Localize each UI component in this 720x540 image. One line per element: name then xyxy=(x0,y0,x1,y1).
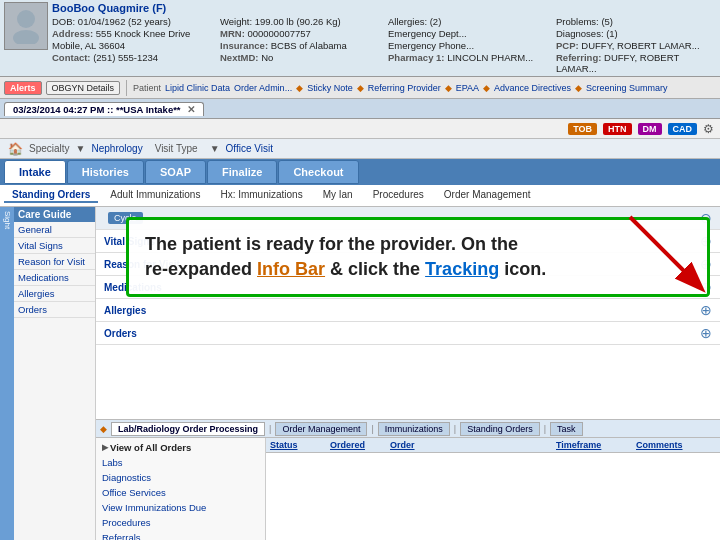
lipid-clinic-tab[interactable]: Lipid Clinic Data xyxy=(165,83,230,93)
order-tab-task[interactable]: Task xyxy=(550,422,583,436)
info-bar-highlight: Info Bar xyxy=(257,259,325,279)
order-diagnostics[interactable]: Diagnostics xyxy=(98,470,263,485)
order-office-services[interactable]: Office Services xyxy=(98,485,263,500)
allergies: Allergies: (2) xyxy=(388,16,548,27)
problems: Problems: (5) xyxy=(556,16,716,27)
epaa-tab[interactable]: EPAA xyxy=(456,83,479,93)
address: Address: 555 Knock Knee Drive xyxy=(52,28,212,39)
sub-tab-order-mgmt[interactable]: Order Management xyxy=(436,188,539,203)
col-timeframe[interactable]: Timeframe xyxy=(556,440,636,450)
status-icons-row: TOB HTN DM CAD ⚙ xyxy=(0,119,720,139)
referring: Referring: DUFFY, ROBERT LAMAR... xyxy=(556,52,716,74)
col-comments[interactable]: Comments xyxy=(636,440,716,450)
col-status[interactable]: Status xyxy=(270,440,330,450)
sticky-note-tab[interactable]: Sticky Note xyxy=(307,83,353,93)
order-layout: ▶ View of All Orders Labs Diagnostics Of… xyxy=(96,438,720,540)
expand-allergies-icon[interactable]: ⊕ xyxy=(700,302,712,318)
sidebar-tab-icon[interactable]: Sight xyxy=(3,211,12,229)
care-guide-reason[interactable]: Reason for Visit xyxy=(14,254,95,270)
care-guide-panel: Care Guide General Vital Signs Reason fo… xyxy=(14,207,96,540)
col-order[interactable]: Order xyxy=(390,440,556,450)
order-right-panel: Status Ordered Order Timeframe Comments xyxy=(266,438,720,540)
close-session-icon[interactable]: ✕ xyxy=(187,104,195,115)
specialty-value[interactable]: Nephrology xyxy=(91,143,142,154)
care-guide-medications[interactable]: Medications xyxy=(14,270,95,286)
order-admin-tab[interactable]: Order Admin... xyxy=(234,83,292,93)
cad-badge[interactable]: CAD xyxy=(668,123,698,135)
session-tabs-row: 03/23/2014 04:27 PM :: **USA Intake** ✕ xyxy=(0,99,720,119)
contact: Contact: (251) 555-1234 xyxy=(52,52,212,63)
care-guide-general[interactable]: General xyxy=(14,222,95,238)
nav-tab-finalize[interactable]: Finalize xyxy=(207,160,277,184)
pharmacy: Pharmacy 1: LINCOLN PHARM... xyxy=(388,52,548,63)
emergency-phone: Emergency Phone... xyxy=(388,40,548,51)
advance-directives-tab[interactable]: Advance Directives xyxy=(494,83,571,93)
detail-tab-button[interactable]: OBGYN Details xyxy=(46,81,121,95)
sub-tab-my-ian[interactable]: My Ian xyxy=(315,188,361,203)
allergies-section-label: Allergies xyxy=(104,305,194,316)
nav-tab-histories[interactable]: Histories xyxy=(67,160,144,184)
col-dob: DOB: 01/04/1962 (52 years) Address: 555 … xyxy=(52,16,212,74)
orders-label: Orders xyxy=(104,328,194,339)
dob: DOB: 01/04/1962 (52 years) xyxy=(52,16,212,27)
sub-tab-adult-imm[interactable]: Adult Immunizations xyxy=(102,188,208,203)
care-guide-vital-signs[interactable]: Vital Signs xyxy=(14,238,95,254)
overlay-line2: re-expanded Info Bar & click the Trackin… xyxy=(145,257,691,282)
expand-orders-icon[interactable]: ⊕ xyxy=(700,325,712,341)
visit-type-arrow-icon: ▼ xyxy=(210,143,220,154)
settings-icon[interactable]: ⚙ xyxy=(703,122,714,136)
order-tabs-row: ◆ Lab/Radiology Order Processing | Order… xyxy=(96,420,720,438)
emergency-dept: Emergency Dept... xyxy=(388,28,548,39)
pcp: PCP: DUFFY, ROBERT LAMAR... xyxy=(556,40,716,51)
order-referrals[interactable]: Referrals xyxy=(98,530,263,540)
order-procedures[interactable]: Procedures xyxy=(98,515,263,530)
col-emergency: Allergies: (2) Emergency Dept... Emergen… xyxy=(388,16,548,74)
order-tab-imm[interactable]: Immunizations xyxy=(378,422,450,436)
insurance: Insurance: BCBS of Alabama xyxy=(220,40,380,51)
overlay-line1: The patient is ready for the provider. O… xyxy=(145,232,691,257)
svg-point-1 xyxy=(13,30,39,44)
order-view-imm[interactable]: View Immunizations Due xyxy=(98,500,263,515)
diamond-icon4: ◆ xyxy=(483,83,490,93)
order-left-header: ▶ View of All Orders xyxy=(98,440,263,455)
sub-tab-standing-orders[interactable]: Standing Orders xyxy=(4,188,98,203)
toolbar-row: Alerts OBGYN Details Patient Lipid Clini… xyxy=(0,77,720,99)
dm-badge[interactable]: DM xyxy=(638,123,662,135)
nav-tab-intake[interactable]: Intake xyxy=(4,160,66,184)
htn-badge[interactable]: HTN xyxy=(603,123,632,135)
referring-provider-tab[interactable]: Referring Provider xyxy=(368,83,441,93)
care-guide-allergies[interactable]: Allergies xyxy=(14,286,95,302)
diagnoses: Diagnoses: (1) xyxy=(556,28,716,39)
sub-tab-procedures[interactable]: Procedures xyxy=(365,188,432,203)
sub-tabs: Standing Orders Adult Immunizations Hx: … xyxy=(0,185,720,207)
sub-tab-hx-imm[interactable]: Hx: Immunizations xyxy=(212,188,310,203)
home-icon[interactable]: 🏠 xyxy=(8,142,23,156)
weight: Weight: 199.00 lb (90.26 Kg) xyxy=(220,16,380,27)
order-labs[interactable]: Labs xyxy=(98,455,263,470)
section-row-orders: Orders ⊕ xyxy=(96,322,720,345)
nav-tab-soap[interactable]: SOAP xyxy=(145,160,206,184)
diamond-icon2: ◆ xyxy=(357,83,364,93)
alerts-button[interactable]: Alerts xyxy=(4,81,42,95)
visit-type-label: Visit Type xyxy=(155,143,198,154)
session-tab[interactable]: 03/23/2014 04:27 PM :: **USA Intake** ✕ xyxy=(4,102,204,116)
patient-name: BooBoo Quagmire (F) xyxy=(52,2,716,14)
content-area: Sight Care Guide General Vital Signs Rea… xyxy=(0,207,720,540)
col-mrn: Weight: 199.00 lb (90.26 Kg) MRN: 000000… xyxy=(220,16,380,74)
screening-tab[interactable]: Screening Summary xyxy=(586,83,668,93)
order-tab-lab[interactable]: Lab/Radiology Order Processing xyxy=(111,422,265,436)
triangle-icon: ▶ xyxy=(102,443,108,452)
specialty-arrow-icon: ▼ xyxy=(76,143,86,154)
visit-type-value[interactable]: Office Visit xyxy=(226,143,273,154)
col-ordered[interactable]: Ordered xyxy=(330,440,390,450)
toolbar-separator xyxy=(126,80,127,96)
order-tab-mgmt[interactable]: Order Management xyxy=(275,422,367,436)
care-guide-orders[interactable]: Orders xyxy=(14,302,95,318)
care-guide-header: Care Guide xyxy=(14,207,95,222)
tracking-highlight: Tracking xyxy=(425,259,499,279)
nav-tab-checkout[interactable]: Checkout xyxy=(278,160,358,184)
order-tab-standing[interactable]: Standing Orders xyxy=(460,422,540,436)
overlay-message: The patient is ready for the provider. O… xyxy=(126,217,710,297)
tob-badge[interactable]: TOB xyxy=(568,123,597,135)
mrn: MRN: 000000007757 xyxy=(220,28,380,39)
